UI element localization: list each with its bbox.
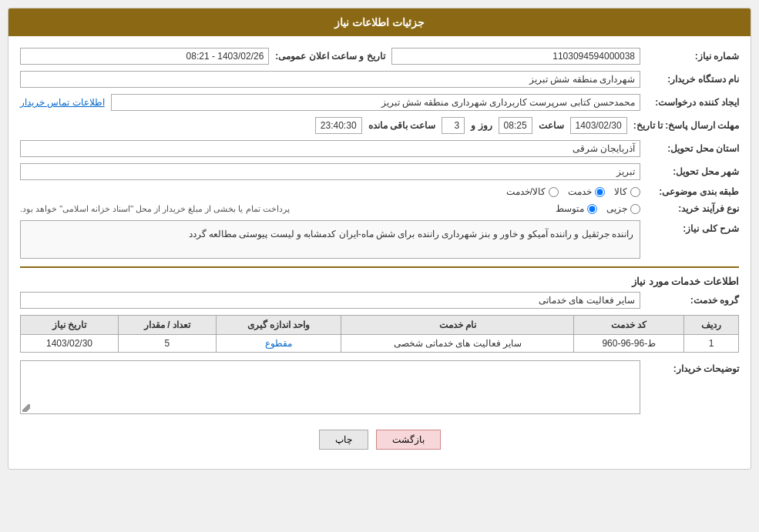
process-type-row: نوع فرآیند خرید: جزیی متوسط پرداخت تمام … [20, 203, 739, 214]
deadline-remaining-label: ساعت باقی مانده [368, 120, 436, 131]
services-table-header-row: ردیف کد خدمت نام خدمت واحد اندازه گیری ت… [21, 316, 739, 335]
buyer-notes-label: توضیحات خریدار: [646, 360, 739, 374]
buyer-notes-box [20, 360, 640, 414]
creator-label: ایجاد کننده درخواست: [646, 97, 739, 108]
cell-service-code: ط-96-96-960 [574, 335, 684, 353]
category-goods-option: کالا [614, 186, 640, 197]
service-group-value: سایر فعالیت های خدماتی [20, 292, 640, 309]
need-number-row: شماره نیاز: 1103094594000038 تاریخ و ساع… [20, 48, 739, 65]
process-type-label: نوع فرآیند خرید: [646, 203, 739, 214]
city-value: تبریز [20, 163, 640, 180]
deadline-label: مهلت ارسال پاسخ: تا تاریخ: [633, 120, 739, 131]
buyer-org-value: شهرداری منطقه شش تبریز [20, 71, 640, 88]
deadline-time: 08:25 [499, 117, 532, 134]
category-goods-service-radio[interactable] [549, 187, 559, 197]
buyer-org-row: نام دستگاه خریدار: شهرداری منطقه شش تبری… [20, 71, 739, 88]
deadline-time-label: ساعت [539, 120, 564, 131]
buyer-notes-section: توضیحات خریدار: [20, 360, 739, 414]
buyer-org-label: نام دستگاه خریدار: [646, 74, 739, 85]
deadline-days-label: روز و [471, 120, 492, 131]
process-partial-label: جزیی [606, 203, 627, 214]
process-medium-label: متوسط [556, 203, 584, 214]
category-row: طبقه بندی موضوعی: کالا خدمت کالا/خدمت [20, 186, 739, 197]
category-label: طبقه بندی موضوعی: [646, 186, 739, 197]
cell-row-num: 1 [684, 335, 739, 353]
col-unit: واحد اندازه گیری [216, 316, 341, 335]
process-type-options: جزیی متوسط [296, 203, 640, 214]
process-medium-radio[interactable] [587, 204, 597, 214]
content-area: شماره نیاز: 1103094594000038 تاریخ و ساع… [8, 36, 751, 469]
col-service-code: کد خدمت [574, 316, 684, 335]
process-partial-radio[interactable] [630, 204, 640, 214]
announce-datetime-value: 1403/02/26 - 08:21 [20, 48, 269, 65]
province-label: استان محل تحویل: [646, 143, 739, 154]
need-number-value: 1103094594000038 [391, 48, 640, 65]
need-description-value: راننده جرثقیل و راننده آمیکو و خاور و بن… [20, 220, 640, 259]
process-type-note: پرداخت تمام یا بخشی از مبلغ خریدار از مح… [20, 204, 290, 214]
cell-service-name: سایر فعالیت های خدماتی شخصی [341, 335, 574, 353]
services-table-body: 1ط-96-96-960سایر فعالیت های خدماتی شخصیم… [21, 335, 739, 353]
deadline-row: مهلت ارسال پاسخ: تا تاریخ: 1403/02/30 سا… [20, 117, 739, 134]
back-button[interactable]: بازگشت [376, 430, 441, 450]
col-row-num: ردیف [684, 316, 739, 335]
city-row: شهر محل تحویل: تبریز [20, 163, 739, 180]
table-row: 1ط-96-96-960سایر فعالیت های خدماتی شخصیم… [21, 335, 739, 353]
category-options: کالا خدمت کالا/خدمت [20, 186, 640, 197]
col-date: تاریخ نیاز [21, 316, 119, 335]
print-button[interactable]: چاپ [319, 430, 368, 450]
category-service-label: خدمت [568, 186, 592, 197]
announce-datetime-label: تاریخ و ساعت اعلان عمومی: [275, 51, 385, 62]
buttons-row: بازگشت چاپ [20, 422, 739, 457]
need-description-label: شرح کلی نیاز: [646, 220, 739, 234]
page-wrapper: جزئیات اطلاعات نیاز شماره نیاز: 11030945… [0, 0, 759, 532]
category-goods-service-label: کالا/خدمت [506, 186, 546, 197]
deadline-date: 1403/02/30 [570, 117, 627, 134]
need-description-row: شرح کلی نیاز: راننده جرثقیل و راننده آمی… [20, 220, 739, 259]
city-label: شهر محل تحویل: [646, 166, 739, 177]
need-description-section: شرح کلی نیاز: راننده جرثقیل و راننده آمی… [20, 220, 739, 259]
page-header: جزئیات اطلاعات نیاز [8, 8, 751, 36]
main-container: جزئیات اطلاعات نیاز شماره نیاز: 11030945… [8, 8, 751, 470]
cell-quantity: 5 [118, 335, 216, 353]
category-goods-label: کالا [614, 186, 627, 197]
col-quantity: تعداد / مقدار [118, 316, 216, 335]
services-section-title: اطلاعات خدمات مورد نیاز [20, 276, 739, 287]
category-service-radio[interactable] [595, 187, 605, 197]
category-service-option: خدمت [568, 186, 605, 197]
cell-unit: مقطوع [216, 335, 341, 353]
cell-date: 1403/02/30 [21, 335, 119, 353]
category-goods-service-option: کالا/خدمت [506, 186, 559, 197]
service-group-label: گروه خدمت: [646, 295, 739, 306]
service-group-row: گروه خدمت: سایر فعالیت های خدماتی [20, 292, 739, 309]
services-divider [20, 266, 739, 268]
process-medium-option: متوسط [556, 203, 597, 214]
province-value: آذربایجان شرقی [20, 140, 640, 157]
deadline-remaining: 23:40:30 [315, 117, 362, 134]
process-partial-option: جزیی [606, 203, 640, 214]
creator-row: ایجاد کننده درخواست: محمدحسن کتابی سرپرس… [20, 94, 739, 111]
col-service-name: نام خدمت [341, 316, 574, 335]
services-table-header: ردیف کد خدمت نام خدمت واحد اندازه گیری ت… [21, 316, 739, 335]
page-title: جزئیات اطلاعات نیاز [334, 16, 425, 28]
province-row: استان محل تحویل: آذربایجان شرقی [20, 140, 739, 157]
services-table: ردیف کد خدمت نام خدمت واحد اندازه گیری ت… [20, 315, 739, 353]
need-number-label: شماره نیاز: [646, 51, 739, 62]
contact-link[interactable]: اطلاعات تماس خریدار [20, 97, 105, 108]
creator-value: محمدحسن کتابی سرپرست کاربرداری شهرداری م… [111, 94, 640, 111]
category-goods-radio[interactable] [630, 187, 640, 197]
deadline-days: 3 [442, 117, 465, 134]
resize-handle[interactable] [22, 404, 30, 412]
